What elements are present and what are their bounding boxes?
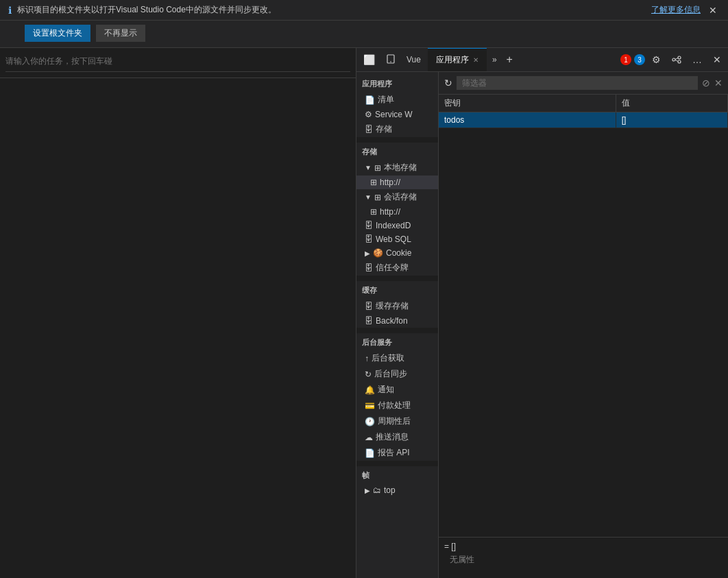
- report-icon: 📄: [365, 448, 375, 458]
- bg-sync-icon: ↻: [365, 370, 372, 379]
- warning-badge: 3: [634, 54, 645, 65]
- more-icon[interactable]: …: [688, 54, 706, 65]
- notification-link[interactable]: 了解更多信息: [651, 4, 701, 16]
- svg-point-4: [678, 60, 681, 63]
- push-label: 推送消息: [376, 431, 433, 443]
- sidebar-item-local-http[interactable]: ⊞ http://: [356, 176, 438, 189]
- manifest-label: 清单: [378, 94, 433, 106]
- sidebar-item-session-http[interactable]: ⊞ http://: [356, 205, 438, 219]
- payment-icon: 💳: [365, 401, 375, 411]
- periodic-label: 周期性后: [378, 416, 433, 427]
- right-panel: ⬜ Vue 应用程序 ✕ » + 1 3 ⚙: [356, 48, 728, 578]
- sidebar-item-bg-sync[interactable]: ↻ 后台同步: [356, 366, 438, 382]
- cache-storage-icon: 🗄: [365, 302, 373, 311]
- bg-fetch-label: 后台获取: [372, 352, 433, 364]
- trusted-icon: 🗄: [365, 263, 373, 273]
- top-icon: 🗂: [373, 485, 381, 495]
- manifest-icon: 📄: [365, 95, 375, 105]
- sidebar-item-periodic[interactable]: 🕐 周期性后: [356, 413, 438, 429]
- section-frames: 帧: [356, 466, 438, 483]
- sidebar-item-payment[interactable]: 💳 付款处理: [356, 398, 438, 413]
- sidebar-item-storage-s[interactable]: 🗄 存储: [356, 121, 438, 137]
- settings-icon[interactable]: ⚙: [648, 54, 665, 65]
- local-storage-label: 本地存储: [384, 162, 433, 173]
- left-input-area: [0, 48, 356, 78]
- mobile-icon[interactable]: [382, 54, 400, 66]
- sidebar-item-service-worker[interactable]: ⚙ Service W: [356, 108, 438, 121]
- cell-value: []: [616, 112, 727, 128]
- indexeddb-label: IndexedD: [376, 221, 433, 230]
- section-background: 后台服务: [356, 333, 438, 350]
- tab-application[interactable]: 应用程序 ✕: [428, 48, 487, 71]
- notification-bar: ℹ 标识项目的根文件夹以打开Visual Studio Code中的源文件并同步…: [0, 0, 728, 21]
- top-arrow: ▶: [365, 487, 370, 494]
- sidebar-item-notifications[interactable]: 🔔 通知: [356, 382, 438, 398]
- notifications-label: 通知: [378, 384, 433, 396]
- section-cache: 缓存: [356, 281, 438, 298]
- sidebar-item-indexeddb[interactable]: 🗄 IndexedD: [356, 219, 438, 232]
- screencast-icon[interactable]: ⬜: [359, 54, 379, 65]
- sidebar-item-session-storage[interactable]: ▼ ⊞ 会话存储: [356, 189, 438, 205]
- sidebar-item-back-forward[interactable]: 🗄 Back/fon: [356, 314, 438, 328]
- indexeddb-icon: 🗄: [365, 221, 373, 230]
- sidebar-item-manifest[interactable]: 📄 清单: [356, 92, 438, 108]
- periodic-icon: 🕐: [365, 417, 375, 426]
- report-label: 报告 API: [378, 447, 433, 459]
- session-storage-icon: ⊞: [374, 193, 381, 202]
- sidebar-item-cookie[interactable]: ▶ 🍪 Cookie: [356, 246, 438, 260]
- col-key-header: 密钥: [439, 95, 616, 112]
- sidebar-item-top[interactable]: ▶ 🗂 top: [356, 483, 438, 497]
- close-devtools-icon[interactable]: ✕: [709, 54, 725, 65]
- dont-show-again-button[interactable]: 不再显示: [96, 25, 145, 42]
- svg-line-6: [675, 60, 678, 62]
- tab-overflow-icon[interactable]: »: [489, 55, 500, 64]
- filter-input[interactable]: [457, 76, 698, 90]
- tab-bar-right: 1 3 ⚙ … ✕: [620, 54, 725, 65]
- sidebar-item-cache-storage[interactable]: 🗄 缓存存储: [356, 298, 438, 314]
- tab-add-icon[interactable]: +: [502, 53, 517, 66]
- section-app: 应用程序: [356, 75, 438, 92]
- sidebar-item-push[interactable]: ☁ 推送消息: [356, 429, 438, 445]
- storage-s-icon: 🗄: [365, 125, 373, 134]
- filter-clear-icon[interactable]: ⊘: [702, 77, 710, 88]
- local-http-icon: ⊞: [370, 178, 377, 187]
- table-row[interactable]: todos[]: [439, 112, 728, 128]
- service-worker-label: Service W: [375, 110, 433, 119]
- sidebar-item-web-sql[interactable]: 🗄 Web SQL: [356, 232, 438, 246]
- web-sql-label: Web SQL: [376, 234, 433, 244]
- cookie-arrow: ▶: [365, 250, 370, 257]
- svg-line-5: [675, 58, 678, 60]
- section-storage: 存储: [356, 143, 438, 160]
- bottom-preview: = [] 无属性: [439, 537, 728, 578]
- filter-refresh-icon[interactable]: ↻: [444, 77, 452, 88]
- sidebar-item-bg-fetch[interactable]: ↑ 后台获取: [356, 350, 438, 366]
- svg-point-3: [678, 56, 681, 59]
- filter-close-icon[interactable]: ✕: [714, 77, 723, 88]
- cookie-label: Cookie: [386, 248, 433, 258]
- local-storage-icon: ⊞: [374, 163, 381, 173]
- connections-icon[interactable]: [668, 55, 685, 64]
- col-value-header: 值: [616, 95, 727, 112]
- notification-close-icon[interactable]: ✕: [706, 5, 720, 16]
- info-icon: ℹ: [8, 5, 12, 16]
- tab-bar: ⬜ Vue 应用程序 ✕ » + 1 3 ⚙: [356, 48, 728, 72]
- bg-fetch-icon: ↑: [365, 354, 369, 363]
- session-storage-arrow: ▼: [365, 193, 372, 201]
- trusted-label: 信任令牌: [376, 262, 433, 274]
- set-root-folder-button[interactable]: 设置根文件夹: [25, 25, 90, 42]
- sidebar-item-report[interactable]: 📄 报告 API: [356, 445, 438, 461]
- cache-storage-label: 缓存存储: [376, 300, 433, 312]
- preview-label: = []: [444, 542, 723, 551]
- web-sql-icon: 🗄: [365, 234, 373, 244]
- sidebar-item-trusted[interactable]: 🗄 信任令牌: [356, 260, 438, 276]
- input-line: [5, 53, 350, 72]
- tab-application-close[interactable]: ✕: [473, 56, 478, 64]
- payment-label: 付款处理: [378, 400, 433, 411]
- main-content: ↻ ⊘ ✕ 密钥 值 todos[: [439, 72, 728, 578]
- task-input[interactable]: [5, 53, 350, 69]
- bg-sync-label: 后台同步: [374, 368, 433, 380]
- main-layout: ⬜ Vue 应用程序 ✕ » + 1 3 ⚙: [0, 48, 728, 578]
- back-forward-label: Back/fon: [376, 316, 433, 326]
- service-worker-icon: ⚙: [365, 110, 372, 119]
- sidebar-item-local-storage[interactable]: ▼ ⊞ 本地存储: [356, 160, 438, 176]
